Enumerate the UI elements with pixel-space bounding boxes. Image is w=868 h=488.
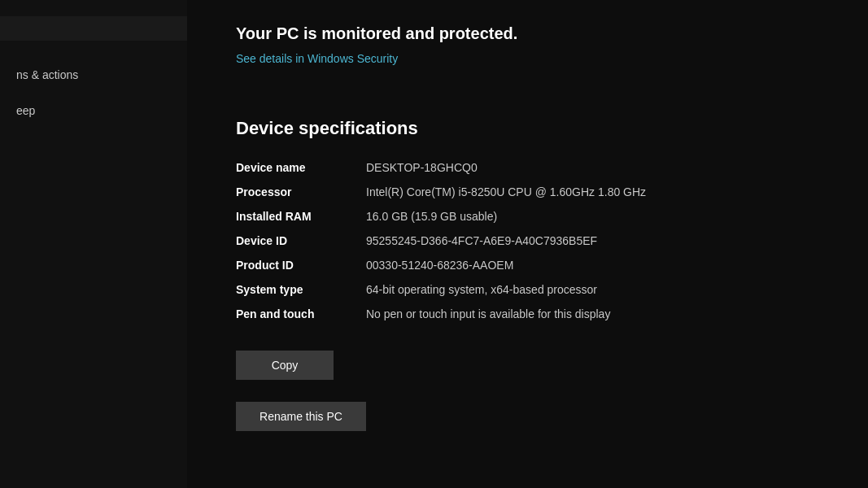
spec-label-system-type: System type <box>236 277 366 302</box>
sidebar: ns & actions eep <box>0 0 187 488</box>
rename-pc-button[interactable]: Rename this PC <box>236 402 366 431</box>
spec-value-product-id: 00330-51240-68236-AAOEM <box>366 253 827 277</box>
specs-table: Device name DESKTOP-18GHCQ0 Processor In… <box>236 155 827 326</box>
spec-label-device-id: Device ID <box>236 229 366 253</box>
spec-label-processor: Processor <box>236 180 366 204</box>
spec-value-processor: Intel(R) Core(TM) i5-8250U CPU @ 1.60GHz… <box>366 180 827 204</box>
protected-title: Your PC is monitored and protected. <box>236 24 827 43</box>
sidebar-item-notifications[interactable]: ns & actions <box>0 57 187 93</box>
sidebar-item-label: eep <box>16 104 35 117</box>
sidebar-top-bar <box>0 16 187 41</box>
copy-button[interactable]: Copy <box>236 351 334 380</box>
spec-value-device-name: DESKTOP-18GHCQ0 <box>366 155 827 180</box>
sidebar-item-label: ns & actions <box>16 68 78 81</box>
spec-value-device-id: 95255245-D366-4FC7-A6E9-A40C7936B5EF <box>366 229 827 253</box>
sidebar-item-sleep[interactable]: eep <box>0 93 187 129</box>
spec-value-system-type: 64-bit operating system, x64-based proce… <box>366 277 827 302</box>
spec-value-installed-ram: 16.0 GB (15.9 GB usable) <box>366 204 827 229</box>
spec-label-device-name: Device name <box>236 155 366 180</box>
spec-label-pen-touch: Pen and touch <box>236 302 366 326</box>
section-title: Device specifications <box>236 118 827 139</box>
main-content: Your PC is monitored and protected. See … <box>187 0 868 488</box>
security-link[interactable]: See details in Windows Security <box>236 52 398 65</box>
spec-label-installed-ram: Installed RAM <box>236 204 366 229</box>
buttons-area: Copy Rename this PC <box>236 351 827 431</box>
spec-value-pen-touch: No pen or touch input is available for t… <box>366 302 827 326</box>
spec-label-product-id: Product ID <box>236 253 366 277</box>
